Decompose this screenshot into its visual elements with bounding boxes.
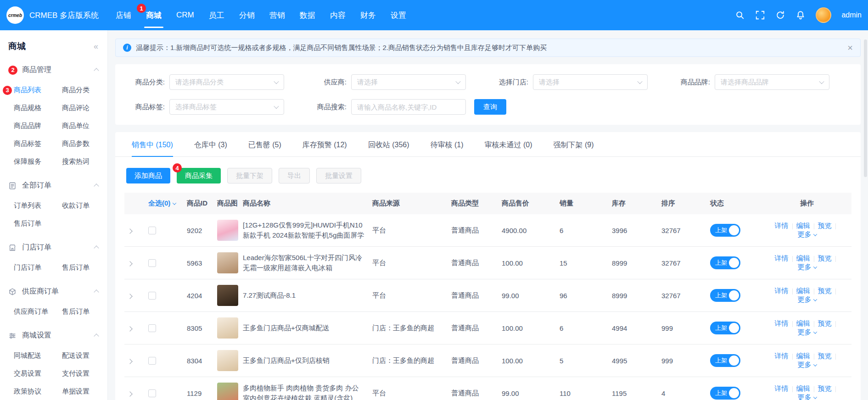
menu-item-goods-unit[interactable]: 商品单位	[62, 117, 108, 135]
menu-item-store-aftersale-orders[interactable]: 售后订单	[62, 259, 108, 277]
nav-item-store[interactable]: 店铺	[108, 0, 139, 30]
supplier-select[interactable]: 请选择	[351, 74, 466, 90]
more-dropdown[interactable]: 更多	[798, 263, 817, 272]
menu-item-supplier-order-list[interactable]: 供应商订单	[14, 303, 62, 321]
store-select[interactable]: 请选择	[533, 74, 648, 90]
tab-warehouse[interactable]: 仓库中 (3)	[194, 140, 227, 156]
nav-item-content[interactable]: 内容	[323, 0, 353, 30]
tab-pending-review[interactable]: 待审核 (1)	[431, 140, 464, 156]
edit-link[interactable]: 编辑	[796, 319, 810, 327]
menu-group-all-orders[interactable]: 全部订单	[0, 175, 107, 196]
menu-group-supplier-orders[interactable]: 供应商订单	[0, 281, 107, 302]
brand-select[interactable]: 请选择商品品牌	[715, 74, 829, 90]
menu-item-hot-search[interactable]: 搜索热词	[62, 153, 108, 171]
vertical-scrollbar[interactable]	[864, 39, 867, 393]
more-dropdown[interactable]: 更多	[798, 361, 817, 369]
product-image[interactable]	[217, 383, 238, 400]
nav-item-data[interactable]: 数据	[292, 0, 323, 30]
menu-item-goods-tag[interactable]: 商品标签	[14, 135, 62, 153]
preview-link[interactable]: 预览	[818, 287, 832, 294]
preview-link[interactable]: 预览	[818, 319, 832, 327]
tab-recycle-bin[interactable]: 回收站 (356)	[368, 140, 409, 156]
nav-item-distribution[interactable]: 分销	[232, 0, 262, 30]
preview-link[interactable]: 预览	[818, 384, 832, 392]
nav-item-finance[interactable]: 财务	[353, 0, 383, 30]
menu-group-store-orders[interactable]: 门店订单	[0, 237, 107, 258]
nav-item-crm[interactable]: CRM	[169, 0, 202, 30]
sidebar-collapse-icon[interactable]: «	[94, 42, 98, 50]
more-dropdown[interactable]: 更多	[798, 328, 817, 337]
menu-item-order-list[interactable]: 订单列表	[14, 197, 62, 215]
edit-link[interactable]: 编辑	[796, 352, 810, 360]
menu-item-goods-review[interactable]: 商品评论	[62, 99, 108, 117]
select-all-dropdown[interactable]: 全选(0)	[148, 199, 176, 208]
expand-row-icon[interactable]	[127, 294, 132, 299]
menu-item-payment-settings[interactable]: 支付设置	[62, 365, 108, 383]
search-submit-button[interactable]: 查询	[474, 99, 506, 115]
edit-link[interactable]: 编辑	[796, 254, 810, 262]
nav-item-marketing[interactable]: 营销	[262, 0, 292, 30]
tag-select[interactable]: 选择商品标签	[169, 99, 284, 115]
tab-on-sale[interactable]: 销售中 (150)	[132, 140, 173, 156]
expand-row-icon[interactable]	[127, 391, 132, 396]
detail-link[interactable]: 详情	[775, 222, 789, 229]
add-goods-button[interactable]: 添加商品	[126, 168, 170, 183]
notification-bell-icon[interactable]	[795, 10, 806, 20]
menu-item-goods-brand[interactable]: 商品品牌	[14, 117, 62, 135]
menu-item-policy-agreement[interactable]: 政策协议	[14, 383, 62, 400]
product-image[interactable]	[217, 285, 238, 306]
menu-item-guarantee-service[interactable]: 保障服务	[14, 153, 62, 171]
row-checkbox[interactable]	[148, 292, 156, 300]
product-image[interactable]	[217, 350, 238, 371]
expand-row-icon[interactable]	[127, 359, 132, 364]
product-image[interactable]	[217, 252, 238, 273]
menu-item-receipt-settings[interactable]: 单据设置	[62, 383, 108, 400]
status-toggle[interactable]: 上架	[710, 387, 740, 400]
menu-item-supplier-aftersale-orders[interactable]: 售后订单	[62, 303, 108, 321]
collect-goods-button[interactable]: 商品采集 4	[177, 168, 221, 183]
user-avatar[interactable]	[816, 7, 831, 23]
more-dropdown[interactable]: 更多	[798, 295, 817, 304]
detail-link[interactable]: 详情	[775, 287, 789, 294]
batch-off-shelf-button[interactable]: 批量下架	[227, 168, 272, 183]
status-toggle[interactable]: 上架	[710, 256, 740, 269]
more-dropdown[interactable]: 更多	[798, 230, 817, 239]
row-checkbox[interactable]	[148, 389, 156, 397]
detail-link[interactable]: 详情	[775, 384, 789, 392]
goods-search-input[interactable]	[351, 99, 466, 115]
export-button[interactable]: 导出	[279, 168, 310, 183]
detail-link[interactable]: 详情	[775, 254, 789, 262]
menu-item-trade-settings[interactable]: 交易设置	[14, 365, 62, 383]
detail-link[interactable]: 详情	[775, 352, 789, 360]
refresh-icon[interactable]	[775, 10, 785, 20]
edit-link[interactable]: 编辑	[796, 384, 810, 392]
edit-link[interactable]: 编辑	[796, 287, 810, 294]
category-select[interactable]: 请选择商品分类	[169, 74, 284, 90]
menu-item-goods-category[interactable]: 商品分类	[62, 81, 108, 99]
more-dropdown[interactable]: 更多	[798, 393, 817, 400]
status-toggle[interactable]: 上架	[710, 354, 740, 367]
tab-review-rejected[interactable]: 审核未通过 (0)	[485, 140, 532, 156]
edit-link[interactable]: 编辑	[796, 222, 810, 229]
preview-link[interactable]: 预览	[818, 254, 832, 262]
menu-item-goods-spec[interactable]: 商品规格	[14, 99, 62, 117]
tab-forced-off-shelf[interactable]: 强制下架 (9)	[554, 140, 594, 156]
close-icon[interactable]: ×	[847, 43, 853, 52]
expand-row-icon[interactable]	[127, 326, 132, 331]
fullscreen-icon[interactable]	[755, 10, 765, 20]
nav-item-settings[interactable]: 设置	[383, 0, 414, 30]
status-toggle[interactable]: 上架	[710, 289, 740, 302]
row-checkbox[interactable]	[148, 259, 156, 267]
row-checkbox[interactable]	[148, 324, 156, 332]
menu-group-goods-manage[interactable]: 2 商品管理	[0, 60, 107, 80]
menu-item-store-order-list[interactable]: 门店订单	[14, 259, 62, 277]
menu-item-payment-orders[interactable]: 收款订单	[62, 197, 108, 215]
search-icon[interactable]	[735, 10, 745, 20]
scrollbar-thumb[interactable]	[864, 39, 867, 177]
detail-link[interactable]: 详情	[775, 319, 789, 327]
username-label[interactable]: admin	[841, 11, 862, 19]
batch-settings-button[interactable]: 批量设置	[316, 168, 361, 183]
product-image[interactable]	[217, 220, 238, 241]
preview-link[interactable]: 预览	[818, 222, 832, 229]
nav-item-staff[interactable]: 员工	[202, 0, 232, 30]
